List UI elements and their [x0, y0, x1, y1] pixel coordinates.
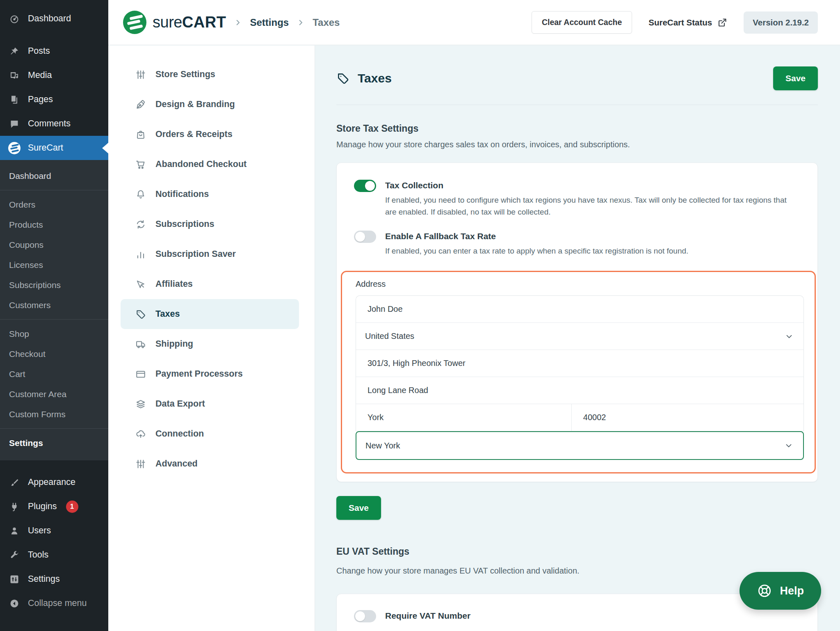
- wp-menu-comments[interactable]: Comments: [0, 112, 108, 136]
- submenu-shop[interactable]: Shop: [0, 324, 108, 344]
- settings-nav-item-advanced[interactable]: Advanced: [121, 449, 299, 479]
- require-vat-toggle[interactable]: [354, 610, 376, 622]
- wp-menu-appearance[interactable]: Appearance: [0, 470, 108, 494]
- submenu-cart[interactable]: Cart: [0, 364, 108, 384]
- breadcrumb-taxes: Taxes: [313, 17, 340, 28]
- plug-icon: [8, 502, 21, 512]
- state-select[interactable]: New York: [356, 431, 804, 460]
- external-link-icon: [717, 18, 727, 27]
- wp-menu-label: SureCart: [28, 143, 63, 153]
- save-button-top[interactable]: Save: [773, 66, 818, 90]
- settings-nav-item-notifications[interactable]: Notifications: [121, 179, 299, 209]
- cloud-up-icon: [135, 429, 146, 439]
- submenu-products[interactable]: Products: [0, 215, 108, 235]
- address-line2-row: [356, 377, 803, 404]
- settings-nav-item-store-settings[interactable]: Store Settings: [121, 59, 299, 89]
- wp-menu-label: Comments: [28, 119, 71, 129]
- wp-menu-media[interactable]: Media: [0, 63, 108, 87]
- store-tax-settings-heading: Store Tax Settings: [336, 123, 818, 134]
- page-title-row: Taxes Save: [336, 66, 818, 91]
- settings-nav-label: Data Export: [155, 399, 205, 409]
- clear-account-cache-button[interactable]: Clear Account Cache: [532, 11, 632, 34]
- address-input-group: United States: [356, 295, 804, 431]
- address-name-input[interactable]: [356, 296, 803, 322]
- settings-nav-item-subscriptions[interactable]: Subscriptions: [121, 209, 299, 239]
- surecart-logo: sureCART: [123, 11, 226, 34]
- bar-chart-icon: [135, 249, 146, 260]
- pushpin-icon: [8, 46, 21, 56]
- tax-collection-row: Tax Collection If enabled, you need to c…: [354, 179, 800, 218]
- wp-menu-tools[interactable]: Tools: [0, 543, 108, 567]
- settings-nav-item-subscription-saver[interactable]: Subscription Saver: [121, 239, 299, 269]
- settings-nav-label: Store Settings: [155, 69, 215, 80]
- wp-collapse-menu[interactable]: Collapse menu: [0, 591, 108, 615]
- wp-menu-surecart[interactable]: SureCart: [0, 136, 108, 160]
- settings-nav-label: Subscriptions: [155, 219, 214, 229]
- wp-menu-label: Collapse menu: [28, 598, 87, 608]
- country-select[interactable]: United States: [356, 323, 803, 350]
- plugin-header: sureCART Settings Taxes Clear Account Ca…: [108, 0, 840, 45]
- eu-vat-settings-description: Change how your store manages EU VAT col…: [336, 566, 818, 576]
- pages-icon: [8, 95, 21, 105]
- address-line2-input[interactable]: [356, 377, 803, 404]
- submenu-custom-forms[interactable]: Custom Forms: [0, 404, 108, 424]
- submenu-settings[interactable]: Settings: [0, 433, 108, 453]
- submenu-dashboard[interactable]: Dashboard: [0, 166, 108, 186]
- address-line1-input[interactable]: [356, 350, 803, 377]
- submenu-licenses[interactable]: Licenses: [0, 255, 108, 275]
- comments-icon: [8, 119, 21, 129]
- breadcrumb-settings[interactable]: Settings: [250, 17, 289, 28]
- settings-nav-label: Affiliates: [155, 279, 193, 289]
- settings-nav-label: Subscription Saver: [155, 249, 236, 259]
- wp-menu-label: Users: [28, 526, 51, 536]
- wp-menu-users[interactable]: Users: [0, 519, 108, 543]
- wp-menu-plugins[interactable]: Plugins 1: [0, 494, 108, 519]
- save-button-lower[interactable]: Save: [336, 496, 381, 520]
- settings-nav-item-taxes[interactable]: Taxes: [121, 299, 299, 329]
- submenu-divider: [0, 428, 108, 429]
- address-highlight-box: Address United States: [341, 271, 816, 473]
- tax-collection-description: If enabled, you need to configure which …: [385, 194, 791, 218]
- lifebuoy-icon: [757, 583, 772, 599]
- settings-nav-item-abandoned-checkout[interactable]: Abandoned Checkout: [121, 149, 299, 179]
- settings-nav-label: Payment Processors: [155, 369, 243, 379]
- tax-collection-label: Tax Collection: [385, 179, 791, 192]
- fallback-tax-rate-toggle[interactable]: [354, 231, 376, 243]
- settings-nav-item-payment-processors[interactable]: Payment Processors: [121, 359, 299, 389]
- wp-menu-settings[interactable]: Settings: [0, 567, 108, 591]
- wp-menu-posts[interactable]: Posts: [0, 39, 108, 63]
- wp-menu-label: Media: [28, 70, 52, 80]
- require-vat-row: Require VAT Number: [354, 610, 800, 622]
- header-actions: Clear Account Cache SureCart Status Vers…: [532, 11, 818, 34]
- bell-icon: [135, 189, 146, 200]
- surecart-logo-icon: [123, 11, 146, 34]
- submenu-subscriptions[interactable]: Subscriptions: [0, 275, 108, 295]
- refresh-icon: [135, 219, 146, 230]
- wp-menu-pages[interactable]: Pages: [0, 87, 108, 112]
- credit-card-icon: [135, 369, 146, 380]
- settings-nav-item-affiliates[interactable]: Affiliates: [121, 269, 299, 299]
- submenu-coupons[interactable]: Coupons: [0, 235, 108, 255]
- submenu-checkout[interactable]: Checkout: [0, 344, 108, 364]
- surecart-logo-icon: [8, 142, 21, 154]
- settings-nav-item-data-export[interactable]: Data Export: [121, 389, 299, 419]
- city-input[interactable]: [356, 404, 571, 431]
- tax-collection-toggle[interactable]: [354, 180, 376, 192]
- settings-nav-item-design-branding[interactable]: Design & Branding: [121, 89, 299, 119]
- help-button[interactable]: Help: [740, 572, 821, 610]
- submenu-orders[interactable]: Orders: [0, 194, 108, 215]
- settings-icon: [8, 574, 21, 584]
- settings-nav-item-shipping[interactable]: Shipping: [121, 329, 299, 359]
- postal-code-input[interactable]: [572, 404, 803, 431]
- surecart-status-link[interactable]: SureCart Status: [648, 18, 727, 27]
- settings-nav-label: Taxes: [155, 309, 180, 319]
- settings-nav-item-connection[interactable]: Connection: [121, 419, 299, 449]
- collapse-icon: [8, 599, 21, 608]
- settings-nav-item-orders-receipts[interactable]: Orders & Receipts: [121, 119, 299, 149]
- wrench-icon: [8, 550, 21, 560]
- address-postal-cell: [572, 404, 803, 431]
- submenu-customers[interactable]: Customers: [0, 295, 108, 315]
- country-select-value: United States: [365, 332, 414, 341]
- wp-menu-dashboard[interactable]: Dashboard: [0, 7, 108, 31]
- submenu-customer-area[interactable]: Customer Area: [0, 384, 108, 404]
